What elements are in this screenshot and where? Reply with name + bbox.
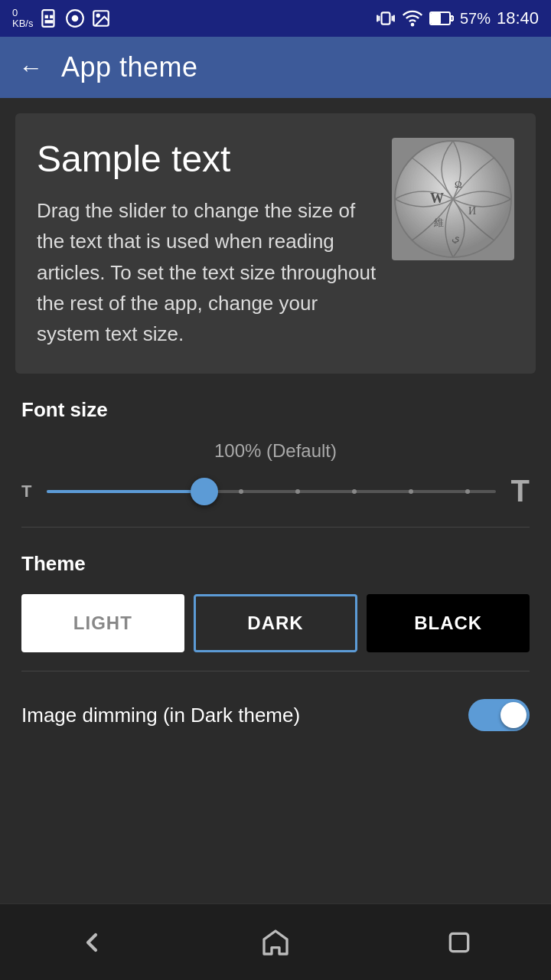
sim-icon [39,8,59,28]
theme-black-button[interactable]: BLACK [367,594,530,652]
svg-rect-28 [450,933,468,951]
home-nav-icon [260,927,291,958]
svg-point-7 [97,15,99,17]
slider-row: T T [21,474,530,508]
back-nav-icon [77,927,107,958]
font-size-section: Font size 100% (Default) T T [21,374,530,527]
preview-card: Sample text Drag the slider to change th… [15,113,536,374]
theme-light-button[interactable]: LIGHT [21,594,184,652]
font-size-title: Font size [21,398,530,422]
slider-dot [295,489,300,494]
kb-label: 0KB/s [12,8,33,30]
image-dimming-toggle[interactable] [468,699,530,731]
slider-label-text: 100% (Default) [21,440,530,462]
back-nav-button[interactable] [73,924,110,961]
wikipedia-globe-image: W Ω И 維 ي [392,138,514,260]
slider-fill [47,490,204,493]
svg-rect-1 [45,15,48,18]
page-title: App theme [61,51,198,83]
status-bar: 0KB/s 57% 18:40 [0,0,551,37]
t-small-label: T [21,482,31,501]
svg-text:Ω: Ω [455,178,462,190]
svg-rect-2 [51,15,54,18]
bottom-nav [0,903,551,980]
sample-heading: Sample text [37,138,377,180]
preview-text-block: Sample text Drag the slider to change th… [37,138,377,349]
image-dimming-row: Image dimming (in Dark theme) [21,671,530,759]
slider-dots [213,489,495,494]
recents-nav-icon [444,927,474,958]
status-left: 0KB/s [12,8,111,30]
svg-rect-3 [45,20,54,23]
svg-text:維: 維 [433,217,444,228]
t-large-label: T [511,474,530,508]
slider-dot [409,489,413,494]
back-button[interactable]: ← [18,54,43,82]
svg-rect-8 [381,12,390,24]
theme-title: Theme [21,552,530,576]
music-icon [65,8,85,28]
toggle-thumb [500,702,527,728]
svg-rect-15 [431,13,441,24]
recents-nav-button[interactable] [441,924,478,961]
vibrate-icon [376,8,396,28]
svg-text:И: И [468,205,476,217]
theme-dark-button[interactable]: DARK [194,594,358,652]
font-size-slider[interactable] [47,476,495,507]
svg-point-5 [72,15,79,22]
settings-area: Font size 100% (Default) T T [0,374,551,903]
app-bar: ← App theme [0,37,551,98]
slider-track [47,490,495,493]
battery-icon [429,8,454,28]
battery-percent: 57% [460,10,491,28]
image-icon [91,8,111,28]
time: 18:40 [497,8,539,28]
svg-text:W: W [430,191,444,206]
theme-buttons: LIGHT DARK BLACK [21,594,530,652]
theme-section: Theme LIGHT DARK BLACK [21,528,530,671]
wifi-icon [402,8,423,29]
svg-text:ي: ي [452,232,460,243]
globe-svg: W Ω И 維 ي [392,138,514,260]
sample-body: Drag the slider to change the size of th… [37,195,377,349]
status-right: 57% 18:40 [376,8,539,29]
home-nav-button[interactable] [257,924,294,961]
slider-dot [465,489,470,494]
slider-dot [352,489,357,494]
svg-point-13 [412,24,413,25]
slider-dot [239,489,243,494]
image-dimming-label: Image dimming (in Dark theme) [21,704,300,727]
